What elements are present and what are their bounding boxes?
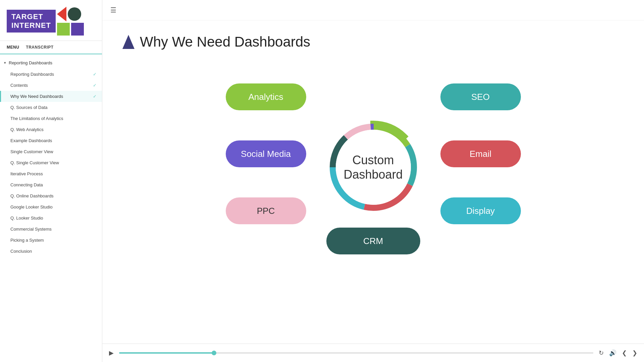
nav-item-14[interactable]: Commercial Systems bbox=[0, 224, 102, 235]
nav-item-2[interactable]: Why We Need Dashboards✓ bbox=[0, 91, 102, 102]
social-media-pill[interactable]: Social Media bbox=[226, 140, 306, 167]
nav-section-reporting-dashboards[interactable]: ▾ Reporting Dashboards bbox=[0, 57, 102, 69]
progress-dot bbox=[212, 351, 216, 355]
ppc-pill[interactable]: PPC bbox=[226, 197, 306, 224]
nav-item-6[interactable]: Example Dashboards bbox=[0, 135, 102, 146]
nav-item-10[interactable]: Connecting Data bbox=[0, 179, 102, 190]
nav-item-4[interactable]: The Limitations of Analytics bbox=[0, 113, 102, 124]
triangle-icon bbox=[57, 7, 66, 21]
nav-item-0[interactable]: Reporting Dashboards✓ bbox=[0, 69, 102, 80]
center-circle: Custom Dashboard bbox=[321, 115, 425, 219]
nav-item-8[interactable]: Q. Single Customer View bbox=[0, 157, 102, 168]
nav-item-16[interactable]: Conclusion bbox=[0, 246, 102, 257]
nav-items-container: Reporting Dashboards✓Contents✓Why We Nee… bbox=[0, 69, 102, 257]
next-button[interactable]: ❯ bbox=[632, 349, 637, 357]
transcript-tab[interactable]: TRANSCRIPT bbox=[26, 45, 53, 50]
nav-item-3[interactable]: Q. Sources of Data bbox=[0, 102, 102, 113]
svg-marker-0 bbox=[122, 35, 135, 49]
header-shape-icon bbox=[122, 35, 135, 49]
square-green-icon bbox=[57, 23, 70, 36]
nav-item-7[interactable]: Single Customer View bbox=[0, 146, 102, 157]
volume-button[interactable]: 🔊 bbox=[609, 349, 616, 357]
nav-tabs: MENU TRANSCRIPT bbox=[0, 41, 102, 54]
menu-tab[interactable]: MENU bbox=[7, 45, 19, 50]
hamburger-icon[interactable]: ☰ bbox=[110, 6, 116, 14]
sidebar-nav: ▾ Reporting Dashboards Reporting Dashboa… bbox=[0, 54, 102, 362]
nav-item-1[interactable]: Contents✓ bbox=[0, 80, 102, 91]
top-bar: ☰ bbox=[102, 0, 644, 20]
center-circle-label: Custom Dashboard bbox=[343, 153, 402, 182]
logo-text: TARGET INTERNET bbox=[7, 10, 56, 33]
sidebar: TARGET INTERNET MENU TRANSCRIPT ▾ Report… bbox=[0, 0, 102, 362]
page-title: Why We Need Dashboards bbox=[140, 34, 310, 50]
prev-button[interactable]: ❮ bbox=[622, 349, 627, 357]
main-content: ☰ Why We Need Dashboards Analytics Socia… bbox=[102, 0, 644, 362]
seo-pill[interactable]: SEO bbox=[440, 83, 521, 110]
crm-pill[interactable]: CRM bbox=[326, 228, 420, 254]
square-purple-icon bbox=[71, 23, 84, 36]
page-header: Why We Need Dashboards bbox=[122, 34, 624, 50]
diagram-inner: Analytics Social Media PPC SEO Email Dis… bbox=[222, 73, 524, 261]
email-pill[interactable]: Email bbox=[440, 140, 521, 167]
nav-item-12[interactable]: Google Looker Studio bbox=[0, 201, 102, 213]
analytics-pill[interactable]: Analytics bbox=[226, 83, 306, 110]
play-button[interactable]: ▶ bbox=[109, 349, 114, 357]
progress-fill bbox=[119, 352, 214, 354]
diagram: Analytics Social Media PPC SEO Email Dis… bbox=[122, 67, 624, 268]
logo-shapes bbox=[57, 7, 84, 36]
nav-item-11[interactable]: Q. Online Dashboards bbox=[0, 190, 102, 201]
progress-bar[interactable] bbox=[119, 352, 593, 354]
replay-button[interactable]: ↻ bbox=[599, 349, 604, 357]
nav-item-5[interactable]: Q. Web Analytics bbox=[0, 124, 102, 135]
circle-icon bbox=[68, 7, 81, 21]
logo-area: TARGET INTERNET bbox=[0, 0, 102, 41]
logo: TARGET INTERNET bbox=[7, 7, 95, 36]
section-arrow-icon: ▾ bbox=[4, 61, 6, 65]
nav-item-13[interactable]: Q. Looker Studio bbox=[0, 213, 102, 224]
nav-item-9[interactable]: Iterative Process bbox=[0, 168, 102, 179]
display-pill[interactable]: Display bbox=[440, 197, 521, 224]
nav-item-15[interactable]: Picking a System bbox=[0, 235, 102, 246]
bottom-bar: ▶ ↻ 🔊 ❮ ❯ bbox=[102, 344, 644, 362]
content-area: Why We Need Dashboards Analytics Social … bbox=[102, 20, 644, 344]
